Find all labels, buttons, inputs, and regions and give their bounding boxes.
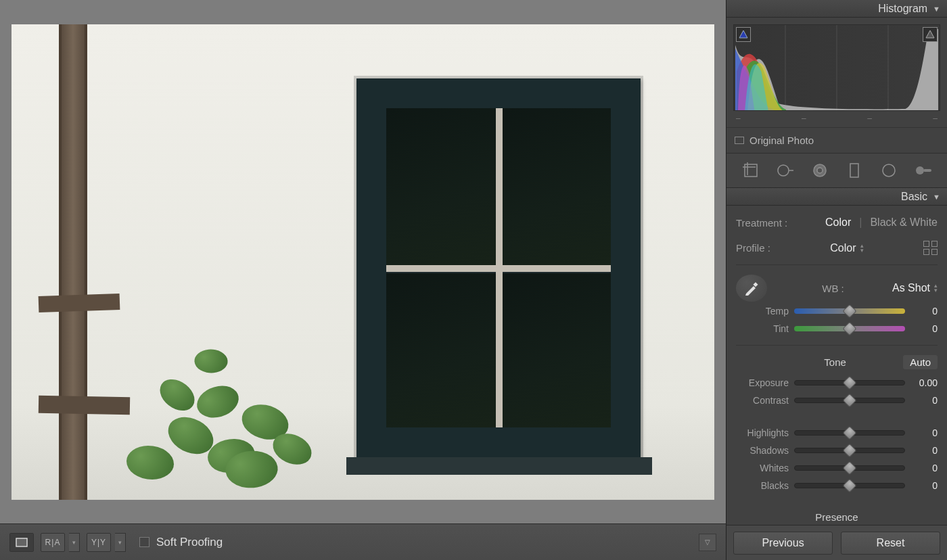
mask-tool[interactable] (807, 158, 833, 183)
contrast-label: Contrast (736, 395, 789, 406)
view-yy-menu[interactable]: ▾ (115, 533, 126, 552)
tint-label: Tint (736, 323, 789, 334)
checkbox-icon (139, 537, 149, 547)
blacks-label: Blacks (736, 480, 789, 491)
tint-value[interactable]: 0 (910, 323, 938, 334)
histogram-graph (734, 25, 940, 110)
svg-rect-1 (16, 538, 27, 546)
original-photo-toggle[interactable]: Original Photo (726, 127, 947, 153)
wb-label: WB : (774, 283, 892, 294)
view-ra-menu[interactable]: ▾ (69, 533, 80, 552)
collapse-icon: ▼ (933, 5, 940, 13)
temp-slider[interactable] (794, 308, 905, 314)
shadow-clipping-indicator[interactable] (736, 27, 751, 42)
highlight-clipping-indicator[interactable] (923, 27, 938, 42)
whites-value[interactable]: 0 (910, 463, 938, 473)
wb-dropdown[interactable]: As Shot ▴▾ (892, 282, 938, 294)
toolbar-overflow-button[interactable]: ▽ (699, 534, 716, 551)
original-photo-label: Original Photo (749, 135, 814, 146)
highlights-slider[interactable] (794, 430, 905, 436)
tool-strip (726, 153, 947, 188)
previous-button[interactable]: Previous (733, 532, 833, 555)
view-loupe-button[interactable] (10, 533, 33, 552)
treatment-color-button[interactable]: Color (825, 216, 851, 229)
contrast-slider[interactable] (794, 398, 905, 403)
histogram-display[interactable] (733, 24, 940, 111)
brush-tool[interactable] (910, 158, 936, 183)
svg-point-15 (883, 164, 895, 177)
collapse-icon: ▼ (933, 193, 940, 201)
svg-marker-3 (926, 30, 934, 38)
exposure-label: Exposure (736, 377, 789, 388)
svg-rect-18 (753, 282, 758, 287)
contrast-value[interactable]: 0 (910, 395, 938, 406)
preview-image (11, 24, 714, 500)
histogram-ticks: –––– (733, 111, 940, 123)
temp-value[interactable]: 0 (910, 306, 938, 317)
shadows-slider[interactable] (794, 448, 905, 453)
view-before-after-button[interactable]: R|A (41, 533, 64, 552)
whites-label: Whites (736, 463, 789, 473)
svg-rect-7 (745, 164, 757, 177)
soft-proofing-toggle[interactable]: Soft Proofing (139, 536, 223, 549)
blacks-slider[interactable] (794, 483, 905, 488)
temp-label: Temp (736, 306, 789, 317)
view-compare-button[interactable]: Y|Y (87, 533, 110, 552)
basic-panel-header[interactable]: Basic ▼ (726, 188, 947, 206)
reset-button[interactable]: Reset (841, 532, 940, 555)
shadows-value[interactable]: 0 (910, 445, 938, 456)
exposure-value[interactable]: 0.00 (910, 377, 938, 388)
svg-rect-14 (850, 164, 858, 177)
graduated-filter-tool[interactable] (841, 158, 867, 183)
profile-label: Profile : (736, 242, 770, 254)
treatment-label: Treatment : (736, 217, 787, 229)
tone-heading: Tone (767, 356, 903, 368)
soft-proofing-label: Soft Proofing (156, 536, 223, 549)
image-canvas[interactable] (0, 0, 726, 511)
auto-tone-button[interactable]: Auto (903, 355, 938, 369)
shadows-label: Shadows (736, 445, 789, 456)
square-icon (735, 137, 744, 144)
updown-icon: ▴▾ (860, 243, 864, 253)
histogram-panel-header[interactable]: Histogram ▼ (726, 0, 947, 18)
crop-tool[interactable] (738, 158, 764, 183)
histogram-title: Histogram (878, 3, 927, 15)
updown-icon: ▴▾ (934, 283, 938, 293)
blacks-value[interactable]: 0 (910, 480, 938, 491)
svg-rect-17 (923, 169, 931, 172)
presence-heading: Presence (736, 502, 938, 525)
profile-dropdown[interactable]: Color ▴▾ (830, 242, 863, 254)
tint-slider[interactable] (794, 326, 905, 331)
svg-marker-2 (739, 30, 747, 38)
spot-removal-tool[interactable] (772, 158, 798, 183)
radial-filter-tool[interactable] (876, 158, 902, 183)
highlights-value[interactable]: 0 (910, 427, 938, 438)
bottom-toolbar: R|A ▾ Y|Y ▾ Soft Proofing ▽ (0, 523, 726, 560)
svg-point-16 (916, 166, 924, 174)
profile-browser-button[interactable] (923, 241, 938, 255)
exposure-slider[interactable] (794, 380, 905, 386)
whites-slider[interactable] (794, 465, 905, 471)
highlights-label: Highlights (736, 427, 789, 438)
svg-point-13 (817, 168, 823, 173)
basic-title: Basic (901, 191, 927, 203)
wb-picker-tool[interactable] (736, 275, 767, 302)
treatment-bw-button[interactable]: Black & White (870, 216, 938, 229)
svg-point-10 (778, 165, 789, 176)
